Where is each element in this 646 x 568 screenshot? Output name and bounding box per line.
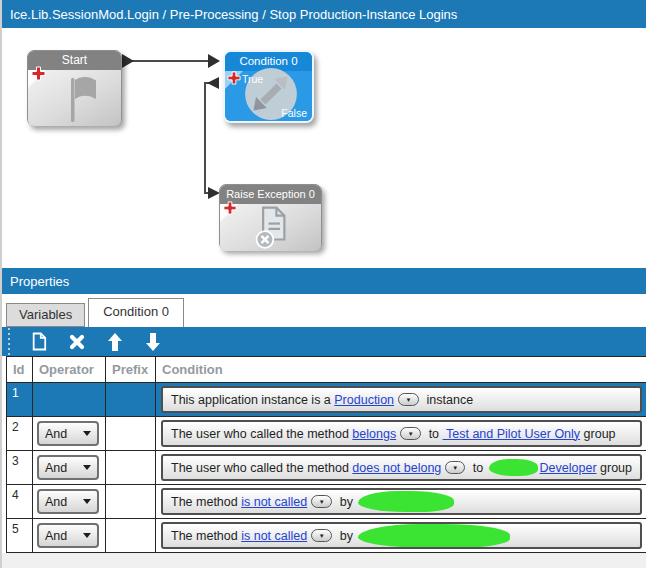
condition-link[interactable]: is not called: [241, 529, 307, 543]
row-id-cell[interactable]: 2: [7, 417, 33, 451]
condition-true-label: True: [242, 73, 263, 85]
column-header-operator[interactable]: Operator: [33, 357, 106, 383]
raise-exception-node[interactable]: Raise Exception 0: [219, 184, 322, 250]
condition-link[interactable]: Developer: [540, 461, 597, 475]
condition-toolbar: [2, 327, 646, 356]
condition-expression[interactable]: The method is not called▼ by: [161, 522, 642, 549]
column-header-prefix[interactable]: Prefix: [106, 357, 156, 383]
condition-text: The user who called the method: [171, 427, 352, 441]
tab-variables[interactable]: Variables: [6, 303, 85, 327]
exception-document-icon: [250, 205, 294, 255]
condition-link[interactable]: is not called: [241, 495, 307, 509]
start-flag-icon: [54, 76, 98, 130]
move-down-icon[interactable]: [134, 329, 172, 355]
condition-text: group: [597, 461, 632, 475]
condition-expression[interactable]: This application instance is a Productio…: [161, 386, 642, 413]
condition-table: IdOperatorPrefixCondition 1This applicat…: [6, 356, 646, 553]
properties-tabs: VariablesCondition 0: [2, 294, 646, 327]
condition-dropdown-button[interactable]: ▼: [400, 427, 421, 440]
tab-condition-0[interactable]: Condition 0: [88, 298, 184, 327]
condition-link[interactable]: Test and Pilot User Only: [443, 427, 581, 441]
operator-cell: And: [33, 417, 106, 451]
operator-dropdown[interactable]: And: [37, 421, 99, 446]
chevron-down-icon: [83, 533, 91, 538]
breadcrumb-title-bar: Ice.Lib.SessionMod.Login / Pre-Processin…: [2, 0, 646, 28]
delete-row-icon[interactable]: [58, 329, 96, 355]
condition-cell: The method is not called▼ by: [156, 519, 646, 553]
operator-value: And: [45, 495, 67, 509]
chevron-down-icon: [83, 465, 91, 470]
operator-value: And: [45, 461, 67, 475]
workflow-canvas: Start Condition 0: [2, 28, 646, 268]
table-row[interactable]: 5AndThe method is not called▼ by: [7, 519, 646, 553]
condition-true-anchor: [207, 77, 219, 89]
condition-cell: The user who called the method belongs▼ …: [156, 417, 646, 451]
condition-dropdown-button[interactable]: ▼: [445, 461, 465, 474]
row-id-cell[interactable]: 1: [7, 383, 33, 417]
operator-dropdown[interactable]: And: [37, 455, 99, 480]
redaction-blob: [358, 524, 510, 548]
toolbar-icons: [20, 329, 172, 355]
move-up-icon[interactable]: [96, 329, 134, 355]
condition-text: The method: [171, 495, 241, 509]
prefix-cell: [106, 519, 156, 553]
condition-text: instance: [423, 393, 473, 407]
condition-cell: This application instance is a Productio…: [156, 383, 646, 417]
operator-value: And: [45, 529, 67, 543]
condition-text: This application instance is a: [171, 393, 334, 407]
operator-cell: And: [33, 451, 106, 485]
condition-node[interactable]: Condition 0 True False: [223, 50, 314, 123]
operator-cell: [33, 383, 106, 417]
operator-dropdown[interactable]: And: [37, 523, 99, 548]
condition-text: The method: [171, 529, 241, 543]
condition-expression[interactable]: The method is not called▼ by: [161, 488, 642, 515]
condition-cell: The method is not called▼ by: [156, 485, 646, 519]
chevron-down-icon: [83, 499, 91, 504]
prefix-cell: [106, 451, 156, 485]
condition-text: by: [336, 529, 356, 543]
column-header-condition[interactable]: Condition: [156, 357, 646, 383]
condition-false-label: False: [281, 107, 307, 119]
table-header: IdOperatorPrefixCondition: [7, 357, 646, 383]
condition-dropdown-button[interactable]: ▼: [311, 529, 332, 542]
new-row-icon[interactable]: [20, 329, 58, 355]
condition-cell: The user who called the method does not …: [156, 451, 646, 485]
condition-link[interactable]: Production: [334, 393, 394, 407]
table-row[interactable]: 2AndThe user who called the method belon…: [7, 417, 646, 451]
operator-dropdown[interactable]: And: [37, 489, 99, 514]
row-id-cell[interactable]: 3: [7, 451, 33, 485]
add-point-icon[interactable]: [227, 71, 241, 89]
condition-text: to: [425, 427, 442, 441]
condition-text: to: [469, 461, 486, 475]
add-point-icon[interactable]: [31, 66, 46, 85]
table-row[interactable]: 1This application instance is a Producti…: [7, 383, 646, 417]
row-id-cell[interactable]: 5: [7, 519, 33, 553]
breadcrumb: Ice.Lib.SessionMod.Login / Pre-Processin…: [10, 7, 457, 22]
add-point-icon[interactable]: [223, 201, 237, 219]
properties-panel-header: Properties: [2, 268, 646, 294]
chevron-down-icon: [83, 431, 91, 436]
row-id-cell[interactable]: 4: [7, 485, 33, 519]
column-header-id[interactable]: Id: [7, 357, 33, 383]
condition-text: by: [336, 495, 356, 509]
properties-title: Properties: [10, 274, 69, 289]
condition-link[interactable]: does not belong: [352, 461, 441, 475]
prefix-cell: [106, 417, 156, 451]
arrowhead-into-condition: [208, 54, 220, 68]
condition-dropdown-button[interactable]: ▼: [311, 495, 332, 508]
prefix-cell: [106, 383, 156, 417]
bottom-spacer: [2, 553, 646, 568]
condition-expression[interactable]: The user who called the method belongs▼ …: [161, 420, 642, 447]
table-row[interactable]: 3AndThe user who called the method does …: [7, 451, 646, 485]
start-output-anchor: [122, 54, 134, 68]
toolbar-grip[interactable]: [8, 328, 10, 355]
operator-cell: And: [33, 485, 106, 519]
condition-expression[interactable]: The user who called the method does not …: [161, 454, 642, 481]
table-row[interactable]: 4AndThe method is not called▼ by: [7, 485, 646, 519]
prefix-cell: [106, 485, 156, 519]
condition-text: The user who called the method: [171, 461, 352, 475]
condition-dropdown-button[interactable]: ▼: [398, 393, 419, 406]
start-node[interactable]: Start: [27, 50, 122, 126]
redaction-blob: [489, 459, 538, 476]
condition-link[interactable]: belongs: [352, 427, 396, 441]
